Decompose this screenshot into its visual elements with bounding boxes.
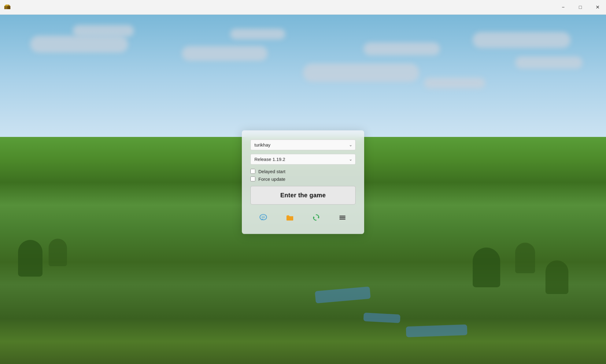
cloud xyxy=(30,36,128,53)
svg-rect-1 xyxy=(7,6,10,9)
launcher-dialog: turikhay ⌄ Release 1.19.2 Release 1.19.1… xyxy=(242,130,364,234)
app-icon xyxy=(0,0,15,15)
enter-game-button[interactable]: Enter the game xyxy=(250,186,356,204)
svg-point-7 xyxy=(263,217,264,217)
maximize-button[interactable]: □ xyxy=(572,0,589,15)
tree xyxy=(515,243,535,273)
delayed-start-row[interactable]: Delayed start xyxy=(250,169,356,174)
water-patch xyxy=(364,313,401,323)
force-update-checkbox[interactable] xyxy=(250,177,255,182)
svg-point-6 xyxy=(262,217,262,217)
svg-rect-13 xyxy=(339,219,345,219)
options-checkboxes: Delayed start Force update xyxy=(250,168,356,182)
minimize-button[interactable]: − xyxy=(555,0,572,15)
folder-button[interactable] xyxy=(280,209,300,225)
svg-rect-12 xyxy=(339,217,345,218)
tree xyxy=(49,239,67,266)
cloud xyxy=(424,78,485,89)
delayed-start-checkbox[interactable] xyxy=(250,169,255,174)
tree xyxy=(18,240,42,277)
chat-button[interactable] xyxy=(254,209,273,225)
cloud xyxy=(364,42,440,55)
titlebar: − □ ✕ xyxy=(0,0,606,15)
cloud xyxy=(230,29,285,39)
refresh-button[interactable] xyxy=(306,209,326,225)
cloud xyxy=(303,64,419,82)
cloud xyxy=(73,25,134,37)
version-dropdown[interactable]: Release 1.19.2 Release 1.19.1 Release 1.… xyxy=(250,154,356,164)
delayed-start-label: Delayed start xyxy=(258,169,285,174)
profile-dropdown-wrapper: turikhay ⌄ xyxy=(250,139,356,150)
force-update-row[interactable]: Force update xyxy=(250,176,356,182)
close-button[interactable]: ✕ xyxy=(589,0,606,15)
profile-dropdown[interactable]: turikhay xyxy=(250,139,356,150)
cloud xyxy=(515,57,582,69)
tree xyxy=(473,248,500,287)
titlebar-controls: − □ ✕ xyxy=(555,0,606,15)
svg-rect-0 xyxy=(4,6,7,9)
cloud xyxy=(182,46,268,61)
version-dropdown-wrapper: Release 1.19.2 Release 1.19.1 Release 1.… xyxy=(250,154,356,164)
tree xyxy=(545,260,568,294)
force-update-label: Force update xyxy=(258,176,285,182)
svg-marker-9 xyxy=(318,216,319,219)
svg-rect-11 xyxy=(339,215,345,216)
svg-point-8 xyxy=(264,217,264,217)
bottom-toolbar xyxy=(250,208,356,226)
svg-marker-10 xyxy=(313,216,315,219)
water-patch xyxy=(406,324,467,337)
menu-button[interactable] xyxy=(333,209,352,225)
cloud xyxy=(473,32,571,48)
